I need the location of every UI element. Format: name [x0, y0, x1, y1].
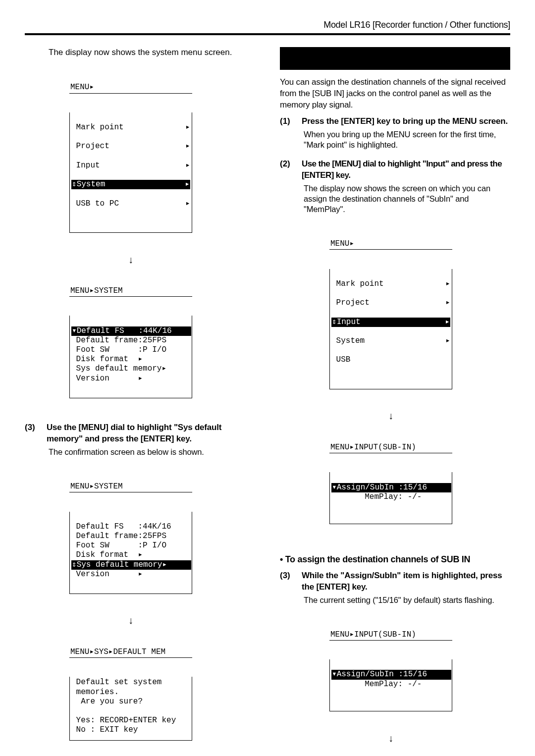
- lcd-input-subin-2: MENU▸INPUT(SUB-IN) ▾Assign/SubIn :15/16 …: [329, 610, 452, 730]
- lcd-title: MENU▸: [329, 239, 452, 250]
- lcd-menu-system: MENU▸SYSTEM ▾Default FS :44K/16 Default …: [69, 267, 192, 418]
- header-rule: [25, 33, 510, 35]
- step-body: When you bring up the MENU screen for th…: [304, 129, 510, 151]
- lcd-title: MENU▸SYS▸DEFAULT MEM: [69, 647, 192, 658]
- right-column: You can assign the destination channels …: [280, 47, 510, 756]
- step-body: The confirmation screen as below is show…: [49, 447, 255, 457]
- arrow-down-icon: ↓: [329, 734, 452, 743]
- step-2: (2) Use the [MENU] dial to highlight "In…: [280, 159, 510, 181]
- left-column: The display now shows the system menu sc…: [25, 47, 255, 756]
- lcd-title: MENU▸INPUT(SUB-IN): [329, 442, 452, 453]
- section-banner: [280, 47, 510, 70]
- arrow-down-icon: ↓: [69, 616, 192, 625]
- step-1: (1) Press the [ENTER] key to bring up th…: [280, 116, 510, 127]
- step-heading: While the "Assign/SubIn" item is highlig…: [302, 570, 510, 593]
- lcd-menu-input-select: MENU▸ Mark point▸ Project▸ ⇕Input▸ Syste…: [329, 220, 452, 409]
- step-heading: Use the [MENU] dial to highlight "Sys de…: [47, 422, 255, 445]
- right-intro: You can assign the destination channels …: [280, 77, 510, 111]
- lcd-input-subin-3: MENU▸INPUT(SUB-IN) Assign/SubIn :15/16 M…: [329, 746, 452, 756]
- subheading-subin: • To assign the destination channels of …: [280, 553, 510, 565]
- step-3-r: (3) While the "Assign/SubIn" item is hig…: [280, 570, 510, 593]
- step-body: The display now shows the screen on whic…: [304, 183, 510, 215]
- lcd-title: MENU▸SYSTEM: [69, 286, 192, 297]
- page-header: Model LR16 [Recorder function / Other fu…: [25, 20, 510, 33]
- lcd-menu-main: MENU▸ Mark point▸ Project▸ Input▸ ⇕Syste…: [69, 63, 192, 252]
- lcd-menu-system-2: MENU▸SYSTEM Default FS :44K/16 Default f…: [69, 463, 192, 613]
- arrow-down-icon: ↓: [329, 411, 452, 420]
- arrow-down-icon: ↓: [69, 255, 192, 264]
- step-number: (3): [280, 570, 302, 593]
- step-heading: Press the [ENTER] key to bring up the ME…: [302, 116, 508, 127]
- step-number: (3): [25, 422, 47, 445]
- lcd-body: Default set system memories. Are you sur…: [69, 677, 192, 740]
- step-body: The current setting ("15/16" by default)…: [304, 595, 510, 605]
- step-3: (3) Use the [MENU] dial to highlight "Sy…: [25, 422, 255, 445]
- step-number: (1): [280, 116, 302, 127]
- lcd-default-mem: MENU▸SYS▸DEFAULT MEM Default set system …: [69, 628, 192, 756]
- step-number: (2): [280, 159, 302, 181]
- left-intro: The display now shows the system menu sc…: [49, 47, 255, 58]
- step-heading: Use the [MENU] dial to highlight "Input"…: [302, 159, 510, 181]
- lcd-title: MENU▸INPUT(SUB-IN): [329, 630, 452, 641]
- lcd-title: MENU▸: [69, 82, 192, 93]
- lcd-title: MENU▸SYSTEM: [69, 482, 192, 492]
- lcd-input-subin-1: MENU▸INPUT(SUB-IN) ▾Assign/SubIn :15/16 …: [329, 423, 452, 543]
